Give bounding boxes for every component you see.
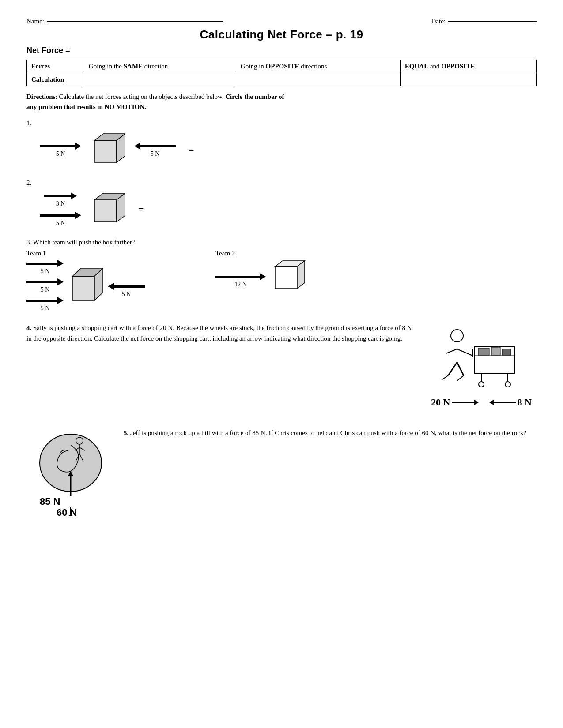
p4-20n-label: 20 N [431,397,450,408]
svg-marker-0 [94,140,117,162]
svg-marker-9 [275,266,297,289]
p4-container: 4. Sally is pushing a shopping cart with… [26,323,537,408]
team2-main-shaft [215,276,260,278]
svg-marker-31 [474,400,479,405]
team1-box [68,265,103,307]
p1-right-arrow-group: 5 N [134,143,176,158]
team1-ar2 [26,278,64,285]
p1-equals: = [189,145,194,155]
rock-svg: 85 N 60 N [26,419,115,516]
team1-label2: 5 N [41,286,50,293]
table-row-calculation: Calculation [27,73,537,86]
p4-8n-group: 8 N [489,397,532,408]
svg-point-26 [505,382,510,387]
name-label: Name: [26,18,44,25]
table-cell-same: Going in the SAME direction [84,60,236,73]
p1-diagram: 5 N 5 N = [40,131,537,169]
p5-container: 85 N 60 N 5. Jeff is pushing a rock up a… [26,419,537,518]
team2-box-svg [273,260,308,295]
team1-label: Team 1 [26,250,145,257]
team1-label3: 5 N [41,305,50,312]
team1-opp-ar [108,283,145,290]
p2-arrows: 3 N 5 N [40,192,81,227]
p1-shaft-left [40,145,75,147]
name-underline [47,21,223,22]
p5-body: Jeff is pushing a rock up a hill with a … [130,429,526,436]
team2-main-label: 12 N [234,281,247,288]
team2-main-ar [215,273,266,280]
p1-number: 1. [26,120,537,127]
p1-left-label: 5 N [56,150,65,158]
p2-arrow1-group: 3 N [40,192,81,207]
p1-left-arrow-group: 5 N [40,143,81,158]
team1-opp-shaft [114,285,145,288]
team1-opp-label: 5 N [122,291,131,298]
p2-arrow2-group: 5 N [40,212,81,227]
net-force-heading: Net Force = [26,46,537,55]
table-cell-equal-opposite: EQUAL and OPPOSITE [400,60,536,73]
team2-main-group: 12 N [215,273,266,288]
svg-marker-3 [94,200,117,222]
team1-section: Team 1 5 N 5 N [26,250,145,312]
svg-rect-27 [478,348,489,355]
p2-shaft2 [40,214,75,217]
p5-number: 5. [124,429,128,436]
date-line: Date: [431,18,537,25]
problem-5: 85 N 60 N 5. Jeff is pushing a rock up a… [26,419,537,518]
p1-arrow-right [40,143,81,150]
svg-point-25 [479,382,484,387]
header: Name: Date: [26,18,537,25]
team1-label1: 5 N [41,268,50,275]
svg-line-14 [457,349,472,356]
team2-section: Team 2 12 N [215,250,308,297]
p4-text: 4. Sally is pushing a shopping cart with… [26,323,417,344]
p4-20n-group: 20 N [431,397,478,408]
p1-arrow-left [134,143,176,150]
p4-8n-label: 8 N [518,397,532,408]
directions: Directions: Calculate the net forces act… [26,92,537,112]
svg-line-18 [442,375,448,380]
p5-image: 85 N 60 N [26,419,115,518]
team1-box-svg [68,265,103,305]
problem-1: 1. 5 N 5 N = [26,120,537,169]
svg-line-19 [457,375,464,381]
p2-arrow1 [44,192,77,199]
p4-force-bar: 20 N 8 N [431,397,532,408]
p4-body: Sally is pushing a shopping cart with a … [26,324,412,342]
svg-line-16 [448,362,457,375]
problem-4: 4. Sally is pushing a shopping cart with… [26,323,537,408]
p4-20n-arrow [452,398,479,407]
svg-marker-6 [72,276,94,300]
team1-ar1 [26,260,64,267]
force-table: Forces Going in the SAME direction Going… [26,60,537,86]
table-cell-calc-same [84,73,236,86]
team1-diagram: 5 N 5 N 5 N [26,260,145,312]
directions-bold: Directions [26,93,56,100]
p1-right-label: 5 N [151,150,160,158]
svg-line-17 [457,362,464,375]
team1-arrow1: 5 N [26,260,64,275]
p2-shaft1 [44,195,71,197]
p2-label1: 3 N [56,200,65,207]
p4-image: 20 N 8 N [426,323,537,408]
team1-shaft3 [26,300,57,302]
p3-question-text: Which team will push the box farther? [33,239,135,246]
p5-text: 5. Jeff is pushing a rock up a hill with… [124,419,537,438]
svg-marker-46 [68,515,73,516]
name-line: Name: [26,18,223,25]
table-cell-forces: Forces [27,60,84,73]
team1-arrow3: 5 N [26,297,64,312]
team1-opp-arrow: 5 N [108,283,145,298]
team1-shaft1 [26,263,57,265]
page-title: Calculating Net Force – p. 19 [26,28,537,41]
team1-arrow2: 5 N [26,278,64,293]
p3-question: 3. Which team will push the box farther? [26,239,537,246]
team1-arrows: 5 N 5 N 5 N [26,260,64,312]
problem-2: 2. 3 N 5 N = [26,179,537,228]
p2-box [90,191,125,228]
problem-3: 3. Which team will push the box farther?… [26,239,537,312]
p3-teams: Team 1 5 N 5 N [26,250,537,312]
table-row-header: Forces Going in the SAME direction Going… [27,60,537,73]
svg-rect-28 [491,347,500,355]
directions-text1: : Calculate the net forces acting on the… [56,93,224,100]
